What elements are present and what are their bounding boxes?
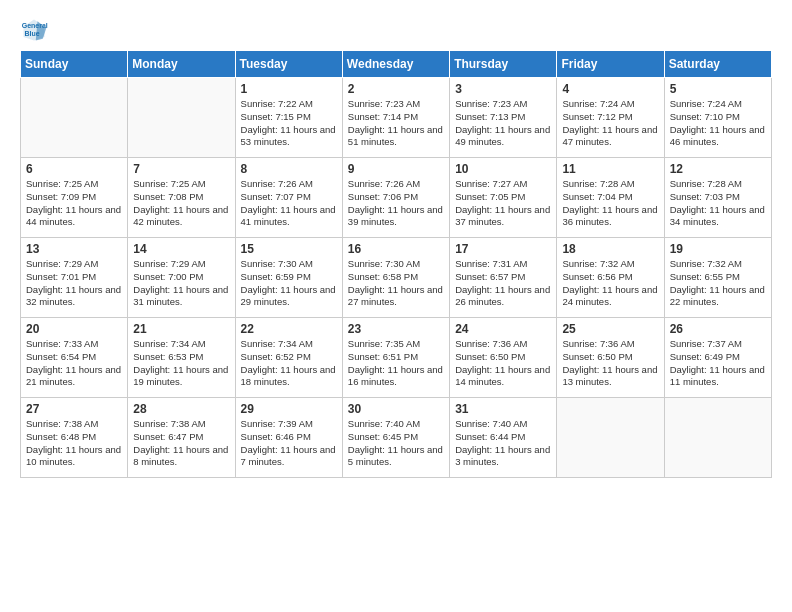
day-info: Sunrise: 7:30 AMSunset: 6:58 PMDaylight:… (348, 258, 444, 309)
day-number: 9 (348, 162, 444, 176)
day-number: 27 (26, 402, 122, 416)
calendar-cell: 9Sunrise: 7:26 AMSunset: 7:06 PMDaylight… (342, 158, 449, 238)
day-number: 8 (241, 162, 337, 176)
day-number: 19 (670, 242, 766, 256)
calendar-cell (21, 78, 128, 158)
calendar-cell: 27Sunrise: 7:38 AMSunset: 6:48 PMDayligh… (21, 398, 128, 478)
calendar-cell: 28Sunrise: 7:38 AMSunset: 6:47 PMDayligh… (128, 398, 235, 478)
col-header-thursday: Thursday (450, 51, 557, 78)
calendar-cell (557, 398, 664, 478)
col-header-friday: Friday (557, 51, 664, 78)
calendar-cell: 31Sunrise: 7:40 AMSunset: 6:44 PMDayligh… (450, 398, 557, 478)
day-number: 7 (133, 162, 229, 176)
calendar-cell: 15Sunrise: 7:30 AMSunset: 6:59 PMDayligh… (235, 238, 342, 318)
day-number: 16 (348, 242, 444, 256)
day-info: Sunrise: 7:38 AMSunset: 6:48 PMDaylight:… (26, 418, 122, 469)
logo-icon: General Blue (20, 16, 48, 44)
calendar-cell: 16Sunrise: 7:30 AMSunset: 6:58 PMDayligh… (342, 238, 449, 318)
calendar-cell: 13Sunrise: 7:29 AMSunset: 7:01 PMDayligh… (21, 238, 128, 318)
calendar-cell (664, 398, 771, 478)
calendar-cell: 5Sunrise: 7:24 AMSunset: 7:10 PMDaylight… (664, 78, 771, 158)
day-number: 30 (348, 402, 444, 416)
day-info: Sunrise: 7:37 AMSunset: 6:49 PMDaylight:… (670, 338, 766, 389)
day-info: Sunrise: 7:33 AMSunset: 6:54 PMDaylight:… (26, 338, 122, 389)
day-number: 22 (241, 322, 337, 336)
day-number: 6 (26, 162, 122, 176)
day-number: 25 (562, 322, 658, 336)
day-info: Sunrise: 7:22 AMSunset: 7:15 PMDaylight:… (241, 98, 337, 149)
calendar-cell: 8Sunrise: 7:26 AMSunset: 7:07 PMDaylight… (235, 158, 342, 238)
day-number: 10 (455, 162, 551, 176)
week-row-1: 1Sunrise: 7:22 AMSunset: 7:15 PMDaylight… (21, 78, 772, 158)
day-info: Sunrise: 7:23 AMSunset: 7:14 PMDaylight:… (348, 98, 444, 149)
calendar-cell: 7Sunrise: 7:25 AMSunset: 7:08 PMDaylight… (128, 158, 235, 238)
day-number: 20 (26, 322, 122, 336)
day-number: 23 (348, 322, 444, 336)
svg-text:Blue: Blue (24, 30, 39, 37)
day-info: Sunrise: 7:38 AMSunset: 6:47 PMDaylight:… (133, 418, 229, 469)
day-info: Sunrise: 7:35 AMSunset: 6:51 PMDaylight:… (348, 338, 444, 389)
day-info: Sunrise: 7:26 AMSunset: 7:06 PMDaylight:… (348, 178, 444, 229)
day-info: Sunrise: 7:24 AMSunset: 7:10 PMDaylight:… (670, 98, 766, 149)
col-header-monday: Monday (128, 51, 235, 78)
day-number: 14 (133, 242, 229, 256)
calendar-cell: 14Sunrise: 7:29 AMSunset: 7:00 PMDayligh… (128, 238, 235, 318)
day-number: 29 (241, 402, 337, 416)
calendar-cell: 1Sunrise: 7:22 AMSunset: 7:15 PMDaylight… (235, 78, 342, 158)
week-row-2: 6Sunrise: 7:25 AMSunset: 7:09 PMDaylight… (21, 158, 772, 238)
calendar-cell: 21Sunrise: 7:34 AMSunset: 6:53 PMDayligh… (128, 318, 235, 398)
day-info: Sunrise: 7:39 AMSunset: 6:46 PMDaylight:… (241, 418, 337, 469)
calendar-cell: 30Sunrise: 7:40 AMSunset: 6:45 PMDayligh… (342, 398, 449, 478)
day-number: 3 (455, 82, 551, 96)
page: General Blue SundayMondayTuesdayWednesda… (0, 0, 792, 488)
col-header-saturday: Saturday (664, 51, 771, 78)
day-number: 24 (455, 322, 551, 336)
week-row-3: 13Sunrise: 7:29 AMSunset: 7:01 PMDayligh… (21, 238, 772, 318)
day-info: Sunrise: 7:25 AMSunset: 7:09 PMDaylight:… (26, 178, 122, 229)
day-info: Sunrise: 7:31 AMSunset: 6:57 PMDaylight:… (455, 258, 551, 309)
day-info: Sunrise: 7:32 AMSunset: 6:55 PMDaylight:… (670, 258, 766, 309)
header-row: SundayMondayTuesdayWednesdayThursdayFrid… (21, 51, 772, 78)
calendar-cell: 22Sunrise: 7:34 AMSunset: 6:52 PMDayligh… (235, 318, 342, 398)
day-number: 5 (670, 82, 766, 96)
day-info: Sunrise: 7:40 AMSunset: 6:45 PMDaylight:… (348, 418, 444, 469)
calendar-cell: 11Sunrise: 7:28 AMSunset: 7:04 PMDayligh… (557, 158, 664, 238)
day-info: Sunrise: 7:34 AMSunset: 6:53 PMDaylight:… (133, 338, 229, 389)
week-row-5: 27Sunrise: 7:38 AMSunset: 6:48 PMDayligh… (21, 398, 772, 478)
day-info: Sunrise: 7:23 AMSunset: 7:13 PMDaylight:… (455, 98, 551, 149)
week-row-4: 20Sunrise: 7:33 AMSunset: 6:54 PMDayligh… (21, 318, 772, 398)
day-number: 15 (241, 242, 337, 256)
day-info: Sunrise: 7:36 AMSunset: 6:50 PMDaylight:… (455, 338, 551, 389)
calendar-cell: 4Sunrise: 7:24 AMSunset: 7:12 PMDaylight… (557, 78, 664, 158)
calendar-cell: 2Sunrise: 7:23 AMSunset: 7:14 PMDaylight… (342, 78, 449, 158)
day-info: Sunrise: 7:28 AMSunset: 7:04 PMDaylight:… (562, 178, 658, 229)
day-number: 12 (670, 162, 766, 176)
day-info: Sunrise: 7:32 AMSunset: 6:56 PMDaylight:… (562, 258, 658, 309)
day-info: Sunrise: 7:36 AMSunset: 6:50 PMDaylight:… (562, 338, 658, 389)
calendar-cell: 17Sunrise: 7:31 AMSunset: 6:57 PMDayligh… (450, 238, 557, 318)
day-number: 21 (133, 322, 229, 336)
calendar-cell: 23Sunrise: 7:35 AMSunset: 6:51 PMDayligh… (342, 318, 449, 398)
calendar-table: SundayMondayTuesdayWednesdayThursdayFrid… (20, 50, 772, 478)
day-info: Sunrise: 7:26 AMSunset: 7:07 PMDaylight:… (241, 178, 337, 229)
day-info: Sunrise: 7:34 AMSunset: 6:52 PMDaylight:… (241, 338, 337, 389)
calendar-cell (128, 78, 235, 158)
day-info: Sunrise: 7:29 AMSunset: 7:00 PMDaylight:… (133, 258, 229, 309)
calendar-cell: 26Sunrise: 7:37 AMSunset: 6:49 PMDayligh… (664, 318, 771, 398)
calendar-cell: 29Sunrise: 7:39 AMSunset: 6:46 PMDayligh… (235, 398, 342, 478)
svg-text:General: General (22, 22, 48, 29)
calendar-cell: 25Sunrise: 7:36 AMSunset: 6:50 PMDayligh… (557, 318, 664, 398)
day-info: Sunrise: 7:27 AMSunset: 7:05 PMDaylight:… (455, 178, 551, 229)
day-number: 4 (562, 82, 658, 96)
logo: General Blue (20, 16, 52, 44)
day-number: 28 (133, 402, 229, 416)
day-info: Sunrise: 7:25 AMSunset: 7:08 PMDaylight:… (133, 178, 229, 229)
col-header-sunday: Sunday (21, 51, 128, 78)
calendar-cell: 6Sunrise: 7:25 AMSunset: 7:09 PMDaylight… (21, 158, 128, 238)
day-info: Sunrise: 7:30 AMSunset: 6:59 PMDaylight:… (241, 258, 337, 309)
calendar-cell: 19Sunrise: 7:32 AMSunset: 6:55 PMDayligh… (664, 238, 771, 318)
calendar-cell: 18Sunrise: 7:32 AMSunset: 6:56 PMDayligh… (557, 238, 664, 318)
day-number: 18 (562, 242, 658, 256)
calendar-cell: 3Sunrise: 7:23 AMSunset: 7:13 PMDaylight… (450, 78, 557, 158)
day-number: 2 (348, 82, 444, 96)
